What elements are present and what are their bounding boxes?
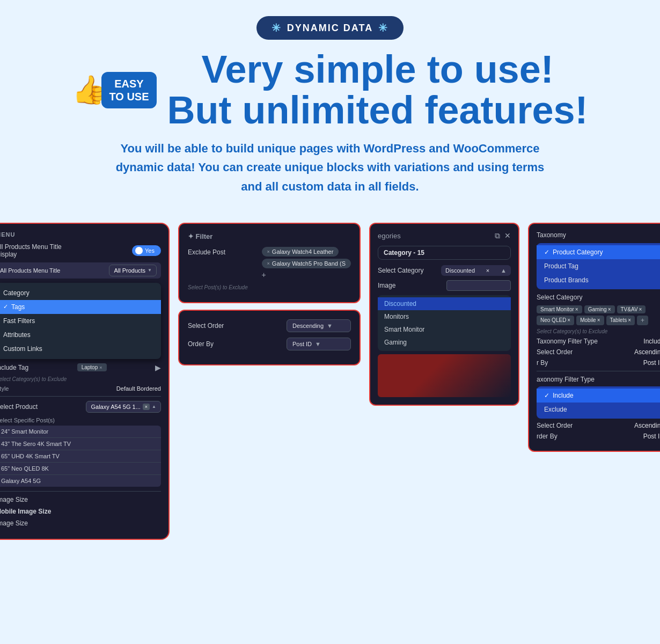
tag-chip-label-2: Galaxy Watch5 Pro Band (S (272, 260, 346, 267)
all-products-row[interactable]: All Products Menu Title All Products ▼ (0, 262, 161, 279)
cat-dropdown-monitors[interactable]: Monitors (378, 310, 511, 323)
tag-mobile-close[interactable]: × (597, 317, 600, 323)
tag-chip-close-icon[interactable]: × (267, 249, 270, 254)
laptop-tag-close-icon[interactable]: × (99, 365, 102, 370)
tag-gaming-close[interactable]: × (608, 306, 611, 312)
tax-bottom-include[interactable]: ✓ Include (537, 389, 660, 402)
cat-dropdown-smart-monitor[interactable]: Smart Monitor (378, 323, 511, 336)
tag-chip-close-icon2[interactable]: × (267, 261, 270, 266)
menu-display-row: All Products Menu Title Display Yes (0, 243, 161, 258)
dropdown-item-tags[interactable]: ✓ Tags (0, 300, 161, 314)
dropdown-item-custom-links[interactable]: Custom Links (0, 342, 161, 356)
select-product-dropdown[interactable]: Galaxy A54 5G 1... × ▲ (86, 401, 161, 413)
easy-badge: EASY TO USE (101, 72, 156, 108)
include-tag-label: Include Tag (0, 364, 28, 371)
divider (0, 396, 161, 397)
product-remove-icon[interactable]: × (143, 404, 150, 410)
product-list-dropdown: 24" Smart Monitor 43" The Sero 4K Smart … (0, 426, 161, 487)
tag-tablets[interactable]: Tablets × (606, 316, 635, 325)
list-item[interactable]: 65" UHD 4K Smart TV (0, 450, 161, 463)
tax-dropdown-overlay: ✓ Product Category Product Tag Product B… (537, 243, 660, 289)
order-by-select-box[interactable]: Post ID ▼ (287, 338, 351, 350)
image-size-label: Image Size (0, 496, 28, 503)
easy-line1: EASY (109, 77, 149, 90)
hero-title-line1: Very simple to use! (167, 49, 588, 90)
hero-titles-block: Very simple to use! But unlimited featur… (167, 49, 588, 130)
tax-dropdown-product-category[interactable]: ✓ Product Category (537, 245, 660, 259)
tag-chip-2[interactable]: × Galaxy Watch5 Pro Band (S (262, 259, 351, 268)
check-icon-include: ✓ (544, 392, 549, 399)
tag-chip-1[interactable]: × Galaxy Watch4 Leather (262, 247, 339, 257)
tax-dropdown-product-tag[interactable]: Product Tag (537, 259, 660, 273)
exclude-post-label: Exclude Post (188, 247, 225, 256)
cat-dropdown-discounted[interactable]: Discounted (378, 297, 511, 310)
filter-type-value: Include (643, 338, 660, 345)
custom-links-label: Custom Links (3, 345, 42, 353)
copy-icon[interactable]: ⧉ (495, 231, 500, 240)
tags-group: Smart Monitor × Gaming × TV&AV × Neo QLE… (537, 305, 660, 325)
tag-tablets-label: Tablets (610, 317, 627, 323)
add-tag-button[interactable]: + (262, 270, 266, 279)
tag-tvav[interactable]: TV&AV × (617, 305, 646, 313)
header-section: ✳ DYNAMIC DATA ✳ 👍 EASY TO USE Very simp… (0, 0, 660, 223)
toggle-label: Yes (145, 247, 155, 254)
filter-type-row: Taxonomy Filter Type Include (537, 338, 660, 345)
list-item[interactable]: 65" Neo QLED 8K (0, 463, 161, 475)
remove-cat-icon[interactable]: × (486, 267, 489, 274)
tag-neo-qled-label: Neo QLED (540, 317, 566, 323)
all-products-dropdown[interactable]: All Products ▼ (109, 265, 157, 276)
tag-tablets-close[interactable]: × (628, 317, 631, 323)
all-products-label: All Products Menu Title (0, 267, 61, 274)
hero-subtitle: You will be able to build unique pages w… (110, 139, 550, 196)
list-item[interactable]: 24" Smart Monitor (0, 426, 161, 438)
image-row: Image (378, 280, 511, 291)
tag-sm-close[interactable]: × (575, 306, 578, 312)
cat-dropdown-gaming[interactable]: Gaming (378, 336, 511, 349)
tags-label: Tags (11, 303, 25, 311)
tag-tvav-close[interactable]: × (639, 306, 642, 312)
add-tag-btn[interactable]: + (637, 316, 648, 325)
tag-gaming[interactable]: Gaming × (584, 305, 615, 313)
cat-title-bar: egories ⧉ ✕ (378, 231, 511, 240)
order-by-tax-value: Post ID (643, 359, 660, 367)
tag-sm-label: Smart Monitor (540, 306, 574, 312)
tax-bottom-exclude[interactable]: Exclude (537, 402, 660, 416)
order-select-box[interactable]: Descending ▼ (287, 319, 351, 332)
laptop-tag[interactable]: Laptop × (77, 363, 107, 371)
tax-dropdown-product-brands[interactable]: Product Brands (537, 273, 660, 287)
tag-tvav-label: TV&AV (621, 306, 638, 312)
select-posts-hint: Select Post(s) to Exclude (188, 284, 351, 290)
cat-number-badge: Category - 15 (378, 246, 511, 260)
add-tag-icon[interactable]: ▶ (155, 363, 161, 372)
select-order-row: Select Order Descending ▼ (188, 319, 351, 332)
list-item[interactable]: Galaxy A54 5G (0, 475, 161, 487)
order-by-row: Order By Post ID ▼ (188, 338, 351, 350)
close-icon[interactable]: ✕ (504, 231, 511, 240)
list-item[interactable]: 43" The Sero 4K Smart TV (0, 438, 161, 450)
tag-chip-label-1: Galaxy Watch4 Leather (272, 248, 334, 255)
check-icon: ✓ (544, 248, 549, 256)
select-order2-row: Select Order Ascending (537, 422, 660, 429)
dropdown-item-category[interactable]: Category (0, 286, 161, 300)
dropdown-item-fast-filters[interactable]: Fast Filters (0, 314, 161, 328)
category-label: Category (3, 289, 30, 297)
categories-top-panel: egories ⧉ ✕ Category - 15 Select Categor… (369, 223, 519, 406)
tag-mobile-label: Mobile (580, 317, 596, 323)
select-cat-box[interactable]: Discounted × ▲ (441, 265, 511, 276)
display-toggle[interactable]: Yes (132, 245, 161, 256)
image-field[interactable] (446, 280, 511, 291)
dropdown-item-attributes[interactable]: Attributes (0, 328, 161, 342)
style-row: Style Default Bordered (0, 385, 161, 392)
select-category-row: Select Category (537, 294, 660, 301)
tag-neo-qled[interactable]: Neo QLED × (537, 316, 574, 325)
filter-type2-row: axonomy Filter Type (537, 376, 660, 383)
tag-neo-qled-close[interactable]: × (567, 317, 570, 323)
tag-smart-monitor[interactable]: Smart Monitor × (537, 305, 582, 313)
hero-title-line2: But unlimited features! (167, 90, 588, 131)
order-caret-icon: ▼ (327, 323, 333, 329)
product-image-preview (378, 354, 511, 397)
laptop-tag-label: Laptop (82, 364, 98, 370)
tag-mobile[interactable]: Mobile × (576, 316, 604, 325)
tab-menu-dropdown: Category ✓ Tags Fast Filters Attributes … (0, 283, 161, 359)
select-order2-value: Ascending (634, 422, 660, 429)
